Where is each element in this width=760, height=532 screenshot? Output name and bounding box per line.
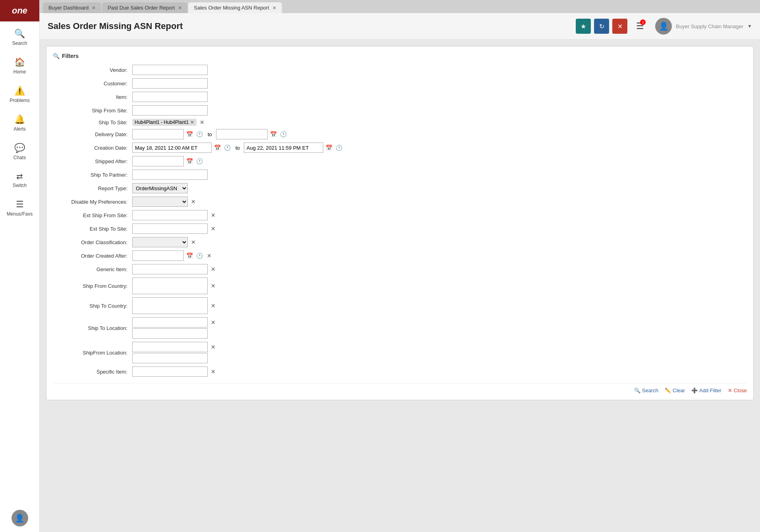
search-button[interactable]: 🔍 Search <box>634 387 658 393</box>
filter-row-creation-date: Creation Date: 📅 🕐 to 📅 🕐 <box>53 143 747 153</box>
item-input[interactable] <box>132 92 208 102</box>
shipfrom-location-clear-button[interactable]: ✕ <box>209 344 217 350</box>
vendor-input[interactable] <box>132 65 208 75</box>
creation-date-to-input[interactable] <box>244 143 323 153</box>
disable-prefs-control: ✕ <box>132 197 197 207</box>
filter-row-delivery-date: Delivery Date: 📅 🕐 to 📅 🕐 <box>53 129 747 139</box>
user-avatar-small: 👤 <box>12 510 28 526</box>
delivery-date-label: Delivery Date: <box>53 131 132 137</box>
shipped-after-input[interactable] <box>132 156 184 166</box>
creation-date-to-label: to <box>233 145 242 151</box>
tab-past-due-report[interactable]: Past Due Sales Order Report ✕ <box>102 2 187 13</box>
order-classification-clear-button[interactable]: ✕ <box>189 239 197 245</box>
delivery-date-to-clock-button[interactable]: 🕐 <box>279 131 287 137</box>
delivery-date-to-input[interactable] <box>216 129 268 139</box>
shipfrom-location-input-1[interactable] <box>132 342 208 352</box>
creation-date-from-input[interactable] <box>132 143 212 153</box>
specific-item-input[interactable] <box>132 366 208 377</box>
order-created-after-input[interactable] <box>132 251 184 261</box>
generic-item-clear-button[interactable]: ✕ <box>209 266 217 272</box>
filter-row-generic-item: Generic Item: ✕ <box>53 264 747 274</box>
customer-control <box>132 78 208 89</box>
delivery-date-from-clock-button[interactable]: 🕐 <box>195 131 204 137</box>
filter-row-ship-to-partner: Ship To Partner: <box>53 170 747 180</box>
user-avatar[interactable]: 👤 <box>655 18 672 35</box>
sidebar-item-problems[interactable]: ⚠️ Problems <box>0 80 39 109</box>
delivery-date-to-label: to <box>205 131 214 137</box>
close-report-button[interactable]: ✕ <box>612 19 627 34</box>
disable-prefs-select[interactable] <box>132 197 188 207</box>
tab-close-missing-asn[interactable]: ✕ <box>272 5 276 11</box>
creation-date-from-calendar-button[interactable]: 📅 <box>213 145 222 151</box>
filter-row-specific-item: Specific Item: ✕ <box>53 366 747 377</box>
ext-ship-from-input[interactable] <box>132 210 208 220</box>
specific-item-control: ✕ <box>132 366 217 377</box>
ship-to-site-clear-button[interactable]: ✕ <box>198 119 206 125</box>
tab-missing-asn-report[interactable]: Sales Order Missing ASN Report ✕ <box>188 2 282 13</box>
ship-to-site-chip: Hub4Plant1 - Hub4Plant1 ✕ <box>132 119 197 126</box>
favorite-button[interactable]: ★ <box>576 19 591 34</box>
ship-to-country-input[interactable] <box>132 297 208 314</box>
ship-to-partner-input[interactable] <box>132 170 208 180</box>
shipped-after-clock-button[interactable]: 🕐 <box>195 158 204 164</box>
sidebar-item-home[interactable]: 🏠 Home <box>0 52 39 80</box>
shipfrom-location-input-2[interactable] <box>132 353 208 363</box>
ext-ship-to-clear-button[interactable]: ✕ <box>209 226 217 232</box>
ext-ship-to-input[interactable] <box>132 224 208 234</box>
chip-value: Hub4Plant1 - Hub4Plant1 <box>135 120 189 125</box>
delivery-date-to-calendar-button[interactable]: 📅 <box>269 131 278 137</box>
ext-ship-from-clear-button[interactable]: ✕ <box>209 212 217 218</box>
clear-button[interactable]: ✏️ Clear <box>665 387 685 393</box>
order-created-after-clock-button[interactable]: 🕐 <box>195 253 204 259</box>
sidebar-item-alerts[interactable]: 🔔 Alerts <box>0 109 39 137</box>
sidebar-item-menus[interactable]: ☰ Menus/Favs <box>0 194 39 222</box>
disable-prefs-clear-button[interactable]: ✕ <box>189 199 197 205</box>
chip-remove-button[interactable]: ✕ <box>190 120 194 125</box>
refresh-button[interactable]: ↻ <box>594 19 609 34</box>
filter-row-order-created-after: Order Created After: 📅 🕐 ✕ <box>53 251 747 261</box>
user-dropdown-arrow[interactable]: ▼ <box>747 23 752 29</box>
ship-from-country-input[interactable] <box>132 278 208 294</box>
creation-date-label: Creation Date: <box>53 145 132 151</box>
ship-to-location-clear-button[interactable]: ✕ <box>209 319 217 326</box>
creation-date-to-calendar-button[interactable]: 📅 <box>325 145 333 151</box>
bell-icon: 🔔 <box>14 114 25 125</box>
ship-from-site-input[interactable] <box>132 105 208 116</box>
report-type-select[interactable]: OrderMissingASN <box>132 183 188 193</box>
sidebar-item-chats[interactable]: 💬 Chats <box>0 137 39 166</box>
ext-ship-from-label: Ext Ship From Site: <box>53 212 132 218</box>
generic-item-control: ✕ <box>132 264 217 274</box>
order-created-after-clear-button[interactable]: ✕ <box>205 253 213 259</box>
specific-item-clear-button[interactable]: ✕ <box>209 368 217 375</box>
order-classification-select[interactable] <box>132 237 188 247</box>
sidebar-item-switch[interactable]: ⇄ Switch <box>0 166 39 194</box>
shipped-after-calendar-button[interactable]: 📅 <box>185 158 194 164</box>
report-type-label: Report Type: <box>53 185 132 191</box>
plus-icon: ➕ <box>691 387 698 393</box>
filter-search-icon: 🔍 <box>53 53 60 59</box>
creation-date-to-clock-button[interactable]: 🕐 <box>335 145 343 151</box>
ship-from-country-clear-button[interactable]: ✕ <box>209 283 217 289</box>
tab-buyer-dashboard[interactable]: Buyer Dashboard ✕ <box>43 2 101 13</box>
pencil-icon: ✏️ <box>665 387 671 393</box>
delivery-date-from-calendar-button[interactable]: 📅 <box>185 131 194 137</box>
order-created-after-calendar-button[interactable]: 📅 <box>185 253 194 259</box>
shipped-after-control: 📅 🕐 <box>132 156 204 166</box>
add-filter-button[interactable]: ➕ Add Filter <box>691 387 721 393</box>
creation-date-from-clock-button[interactable]: 🕐 <box>223 145 231 151</box>
tab-close-past-due[interactable]: ✕ <box>178 5 182 11</box>
hamburger-menu-button[interactable]: ☰ 1 <box>636 21 644 31</box>
ship-to-country-clear-button[interactable]: ✕ <box>209 303 217 309</box>
tab-close-buyer-dashboard[interactable]: ✕ <box>92 5 96 11</box>
customer-input[interactable] <box>132 78 208 89</box>
ship-to-location-input-2[interactable] <box>132 328 208 339</box>
sidebar-item-search[interactable]: 🔍 Search <box>0 23 39 52</box>
app-logo[interactable]: one <box>0 0 39 21</box>
ship-to-partner-label: Ship To Partner: <box>53 172 132 178</box>
sidebar-avatar-bottom[interactable]: 👤 <box>0 504 39 532</box>
ship-to-country-label: Ship To Country: <box>53 303 132 309</box>
generic-item-input[interactable] <box>132 264 208 274</box>
delivery-date-from-input[interactable] <box>132 129 184 139</box>
close-filter-button[interactable]: ✕ Close <box>728 387 747 393</box>
ship-to-location-input-1[interactable] <box>132 317 208 328</box>
